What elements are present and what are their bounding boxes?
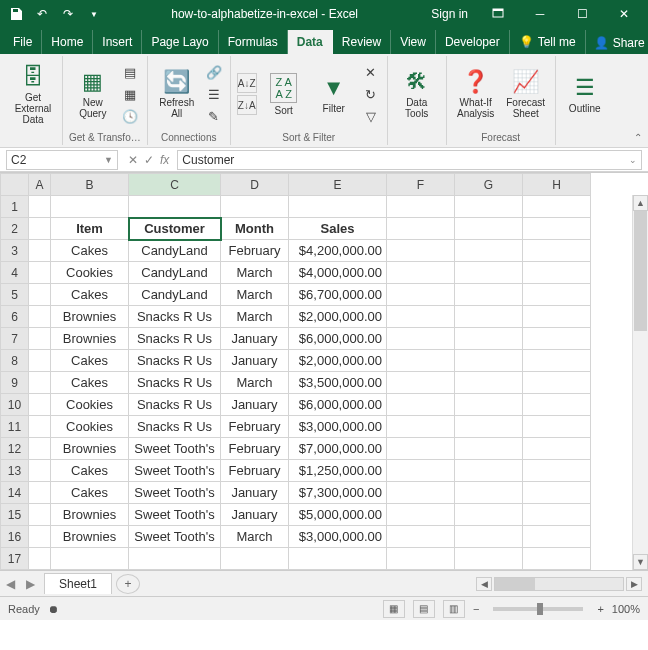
cell[interactable]: February <box>221 240 289 262</box>
row-header[interactable]: 17 <box>1 548 29 570</box>
scroll-thumb[interactable] <box>634 211 647 331</box>
cell[interactable] <box>387 416 455 438</box>
cell[interactable]: March <box>221 262 289 284</box>
cell[interactable] <box>387 482 455 504</box>
cell[interactable] <box>455 306 523 328</box>
cell[interactable] <box>29 482 51 504</box>
cell[interactable] <box>29 548 51 570</box>
advanced-filter-button[interactable]: ▽ <box>361 106 381 126</box>
signin-button[interactable]: Sign in <box>423 2 476 26</box>
cell[interactable] <box>523 350 591 372</box>
col-header-D[interactable]: D <box>221 174 289 196</box>
cell[interactable] <box>51 196 129 218</box>
show-queries-button[interactable]: ▤ <box>120 62 140 82</box>
cell[interactable] <box>387 328 455 350</box>
cell[interactable]: $6,700,000.00 <box>289 284 387 306</box>
col-header-B[interactable]: B <box>51 174 129 196</box>
col-header-H[interactable]: H <box>523 174 591 196</box>
cell[interactable] <box>387 460 455 482</box>
scroll-down-icon[interactable]: ▼ <box>633 554 648 570</box>
col-header-F[interactable]: F <box>387 174 455 196</box>
enter-formula-icon[interactable]: ✓ <box>144 153 154 167</box>
col-header-C[interactable]: C <box>129 174 221 196</box>
tab-home[interactable]: Home <box>42 30 93 54</box>
cell[interactable]: Cakes <box>51 460 129 482</box>
cell[interactable] <box>29 240 51 262</box>
zoom-out-button[interactable]: − <box>473 603 479 615</box>
cell[interactable] <box>129 548 221 570</box>
cell[interactable] <box>289 548 387 570</box>
cell[interactable]: $6,000,000.00 <box>289 328 387 350</box>
cell[interactable]: Cakes <box>51 240 129 262</box>
cell[interactable] <box>523 328 591 350</box>
cell[interactable]: Sweet Tooth's <box>129 526 221 548</box>
zoom-in-button[interactable]: + <box>597 603 603 615</box>
cell[interactable]: January <box>221 350 289 372</box>
cell[interactable] <box>29 262 51 284</box>
cell[interactable]: CandyLand <box>129 284 221 306</box>
cell[interactable] <box>387 218 455 240</box>
cell[interactable] <box>523 262 591 284</box>
tab-view[interactable]: View <box>391 30 436 54</box>
cell[interactable] <box>523 438 591 460</box>
close-button[interactable]: ✕ <box>604 2 644 26</box>
cell[interactable] <box>29 372 51 394</box>
tab-data[interactable]: Data <box>288 30 333 54</box>
row-header[interactable]: 2 <box>1 218 29 240</box>
cell[interactable] <box>455 438 523 460</box>
cell[interactable]: Sweet Tooth's <box>129 460 221 482</box>
cell[interactable]: Snacks R Us <box>129 416 221 438</box>
row-header[interactable]: 7 <box>1 328 29 350</box>
cell[interactable]: $1,250,000.00 <box>289 460 387 482</box>
cell[interactable]: Snacks R Us <box>129 394 221 416</box>
row-header[interactable]: 4 <box>1 262 29 284</box>
row-header[interactable]: 15 <box>1 504 29 526</box>
cell[interactable]: January <box>221 482 289 504</box>
edit-links-button[interactable]: ✎ <box>204 106 224 126</box>
sheet-nav-left[interactable]: ◀ <box>0 577 20 591</box>
cell[interactable] <box>455 240 523 262</box>
cell[interactable]: Cookies <box>51 416 129 438</box>
vertical-scrollbar[interactable]: ▲ ▼ <box>632 195 648 570</box>
cell[interactable] <box>455 394 523 416</box>
zoom-level[interactable]: 100% <box>612 603 640 615</box>
refresh-all-button[interactable]: 🔄Refresh All <box>154 69 200 119</box>
cell[interactable]: Month <box>221 218 289 240</box>
cell[interactable] <box>29 416 51 438</box>
cell[interactable]: $7,300,000.00 <box>289 482 387 504</box>
cell[interactable] <box>455 328 523 350</box>
cell[interactable]: March <box>221 284 289 306</box>
cell[interactable] <box>523 284 591 306</box>
horizontal-scrollbar[interactable]: ◀ ▶ <box>140 577 648 591</box>
fx-icon[interactable]: fx <box>160 153 169 167</box>
cell[interactable] <box>455 504 523 526</box>
maximize-button[interactable]: ☐ <box>562 2 602 26</box>
tab-insert[interactable]: Insert <box>93 30 142 54</box>
data-tools-button[interactable]: 🛠Data Tools <box>394 69 440 119</box>
cell[interactable] <box>387 306 455 328</box>
cell[interactable] <box>455 284 523 306</box>
cell[interactable]: January <box>221 394 289 416</box>
cell[interactable]: $4,200,000.00 <box>289 240 387 262</box>
cell[interactable] <box>455 196 523 218</box>
normal-view-button[interactable]: ▦ <box>383 600 405 618</box>
name-box[interactable]: C2▼ <box>6 150 118 170</box>
hscroll-thumb[interactable] <box>495 578 535 590</box>
whatif-analysis-button[interactable]: ❓What-If Analysis <box>453 69 499 119</box>
cell[interactable]: Sales <box>289 218 387 240</box>
cell[interactable]: Cakes <box>51 284 129 306</box>
cell[interactable] <box>387 240 455 262</box>
qat-customize-icon[interactable]: ▼ <box>82 2 106 26</box>
cell[interactable]: Sweet Tooth's <box>129 482 221 504</box>
ribbon-options-icon[interactable] <box>478 2 518 26</box>
scroll-left-icon[interactable]: ◀ <box>476 577 492 591</box>
cell[interactable] <box>455 460 523 482</box>
cell[interactable] <box>387 196 455 218</box>
cell[interactable] <box>29 438 51 460</box>
row-header[interactable]: 13 <box>1 460 29 482</box>
connections-button[interactable]: 🔗 <box>204 62 224 82</box>
cell[interactable] <box>129 196 221 218</box>
cell[interactable]: Snacks R Us <box>129 328 221 350</box>
reapply-button[interactable]: ↻ <box>361 84 381 104</box>
sheet-tab[interactable]: Sheet1 <box>44 573 112 594</box>
